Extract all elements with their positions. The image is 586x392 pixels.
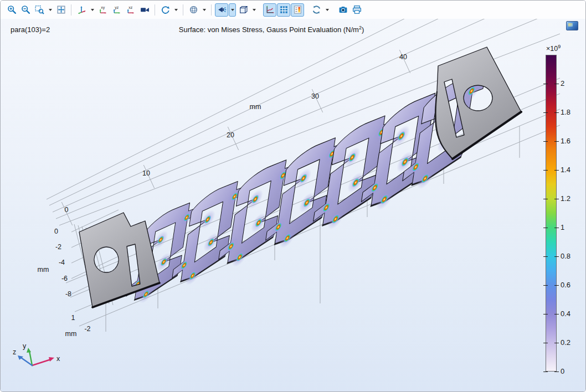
x-axis-unit: mm	[250, 103, 261, 111]
colorbar-tick	[543, 256, 548, 257]
transparency-button-dropdown[interactable]	[250, 3, 258, 17]
colorbar-tick	[543, 228, 548, 228]
toolbar-separator	[183, 4, 183, 16]
x-tick-40: 40	[399, 53, 407, 61]
update-scene-button-dropdown[interactable]	[323, 3, 331, 17]
scene-light-toggle[interactable]	[215, 3, 228, 17]
colorbar-tick	[554, 314, 559, 314]
go-to-default-view-button[interactable]	[75, 3, 88, 17]
toolbar-separator	[155, 4, 155, 16]
colorbar-tick	[543, 285, 548, 286]
show-grid-toggle[interactable]	[277, 3, 290, 17]
movie-camera-icon	[140, 5, 150, 14]
grid-icon	[279, 5, 289, 14]
colorbar-tick	[554, 141, 559, 142]
z-axis-unit: mm	[38, 266, 49, 274]
toolbar-group	[5, 3, 68, 17]
show-axes-toggle[interactable]	[263, 3, 276, 17]
colorbar-tick-label: 0.4	[561, 310, 570, 318]
colorbar-tick-label: 1	[561, 223, 564, 231]
show-legend-toggle[interactable]	[291, 3, 304, 17]
toolbar-group	[158, 3, 179, 17]
rotate-icon	[161, 5, 170, 14]
zoom-box-button[interactable]	[33, 3, 46, 17]
colorbar-tick	[554, 170, 559, 171]
go-to-xy-view-button[interactable]: xy	[96, 3, 110, 17]
zoom-out-button[interactable]	[19, 3, 32, 17]
zoom-extents-button[interactable]	[54, 3, 68, 17]
toolbar-separator	[71, 4, 71, 16]
x-tick-20: 20	[227, 131, 234, 139]
colorbar-tick	[543, 314, 548, 314]
x-axis-arrowhead	[49, 357, 54, 362]
z-tick-neg8: -8	[65, 290, 71, 298]
shutter-icon	[312, 5, 321, 14]
print-button[interactable]	[350, 3, 363, 17]
y-axis-arrowhead	[27, 348, 31, 353]
colorbar-tick	[554, 199, 559, 199]
toolbar-group	[215, 3, 258, 17]
chevron-down-icon	[253, 9, 256, 11]
toolbar-group	[336, 3, 363, 17]
svg-text:yz: yz	[115, 6, 119, 10]
zoom-box-button-dropdown[interactable]	[47, 3, 54, 17]
zoom-in-button[interactable]	[5, 3, 18, 17]
scene-3d-view[interactable]: 0 10 20 30 40 mm 0 -2 -4 -6 -8 mm 1 -2 m…	[1, 19, 586, 392]
go-to-default-view-button-dropdown[interactable]	[89, 3, 96, 17]
scene-appearance-button-dropdown[interactable]	[201, 3, 208, 17]
y-tick-neg2: -2	[84, 325, 90, 333]
plot-axes-icon	[265, 5, 275, 14]
cube-icon	[239, 5, 248, 14]
colorbar-multiplier: ×109	[546, 44, 561, 53]
chevron-down-icon	[91, 9, 94, 11]
y-tick-1: 1	[71, 314, 75, 322]
colorbar-tick	[554, 285, 559, 286]
zoom-box-icon	[35, 5, 44, 14]
colorbar-tick	[554, 112, 559, 113]
colorbar-tick-label: 0	[561, 367, 564, 375]
chevron-down-icon	[203, 9, 206, 11]
z-tick-0: 0	[54, 228, 58, 235]
y-axis-unit: mm	[65, 330, 77, 338]
rotate-view-button-dropdown[interactable]	[172, 3, 179, 17]
y-axis-labels: 1 -2 mm	[65, 314, 91, 338]
scene-light-toggle-dropdown[interactable]	[229, 3, 236, 17]
wire-sphere-icon	[189, 5, 198, 14]
go-to-yz-view-button[interactable]: yz	[110, 3, 124, 17]
colorbar-tick-label: 0.2	[561, 338, 570, 347]
view-xy-icon: xy	[99, 5, 108, 14]
toolbar-separator	[211, 4, 212, 16]
toolbar-group: xyyzxz	[75, 3, 151, 17]
colorbar-tick-label: 0.6	[561, 281, 570, 289]
svg-text:xy: xy	[101, 6, 105, 10]
svg-text:xz: xz	[128, 6, 132, 9]
image-snapshot-button[interactable]	[336, 3, 349, 17]
colorbar-multiplier-base: ×10	[546, 45, 558, 53]
update-scene-button[interactable]	[310, 3, 323, 17]
transparency-button[interactable]	[237, 3, 250, 17]
camera-view-button[interactable]	[138, 3, 151, 17]
colorbar-tick	[554, 256, 559, 257]
stress-surface-structure[interactable]	[124, 64, 487, 314]
zoom-in-icon	[7, 5, 17, 14]
colorbar-tick	[543, 141, 548, 142]
go-to-xz-view-button[interactable]: xz	[124, 3, 137, 17]
z-tick-neg6: -6	[61, 275, 68, 282]
x-tick-30: 30	[311, 92, 319, 100]
colorbar-tick-label: 0.8	[561, 252, 570, 260]
rotate-view-button[interactable]	[158, 3, 172, 17]
colorbar	[546, 55, 557, 372]
colorbar-tick	[543, 343, 548, 343]
colorbar-tick	[543, 112, 548, 113]
plot-canvas[interactable]: para(103)=2 Surface: von Mises Stress, G…	[1, 19, 585, 391]
chevron-down-icon	[49, 9, 52, 11]
x-tick-10: 10	[142, 169, 150, 177]
toolbar-group	[263, 3, 304, 17]
colorbar-tick-label: 1.2	[561, 194, 570, 203]
triad-x-label: x	[56, 355, 60, 363]
chevron-down-icon	[326, 9, 329, 11]
scene-appearance-button[interactable]	[187, 3, 200, 17]
colorbar-tick	[554, 228, 559, 228]
colorbar-tick	[554, 84, 559, 84]
graphics-toolbar: xyyzxz	[1, 1, 585, 19]
